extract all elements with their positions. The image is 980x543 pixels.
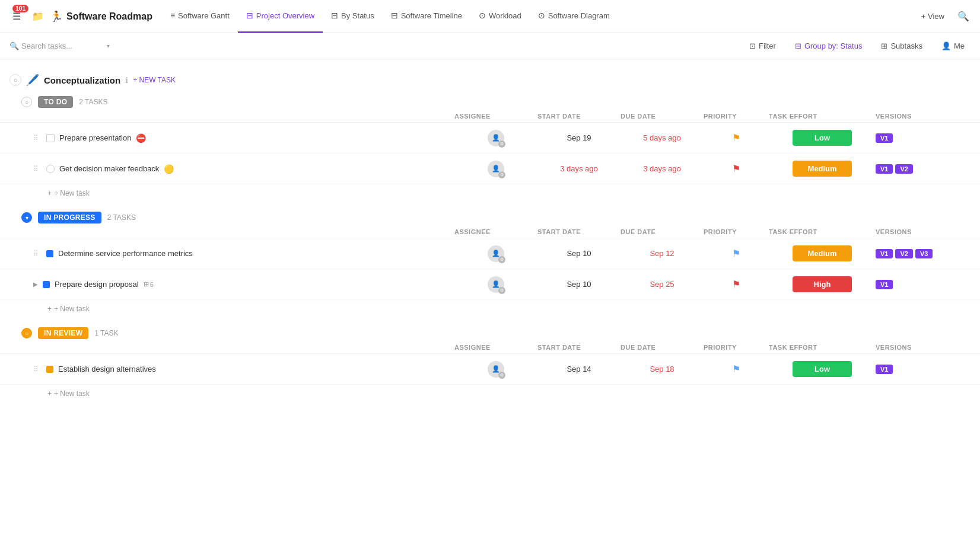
task-blocked-icon: ⛔ xyxy=(136,133,146,143)
overview-icon: ⊟ xyxy=(246,11,253,20)
section-info-icon[interactable]: ℹ xyxy=(125,76,128,85)
search-dropdown-icon[interactable]: ▾ xyxy=(107,43,110,49)
todo-new-task-button[interactable]: + + New task xyxy=(47,189,971,197)
task-clock-icon: 🟡 xyxy=(164,164,174,174)
table-row: ▶ Prepare design proposal ⊞ 6 👤 ⚙ Sep 10… xyxy=(0,269,980,300)
inprogress-new-task-button[interactable]: + + New task xyxy=(47,305,971,313)
due-date-cell: Sep 12 xyxy=(621,249,704,258)
due-date-cell: 5 days ago xyxy=(621,133,704,142)
task-checkbox[interactable] xyxy=(46,165,55,173)
group-inprogress: ▾ IN PROGRESS 2 TASKS ASSIGNEE START DAT… xyxy=(0,207,980,318)
avatar-person-icon: 👤 xyxy=(492,365,500,373)
tab-workload[interactable]: ⊙ Workload xyxy=(470,0,530,33)
avatar[interactable]: 👤 ⚙ xyxy=(488,276,504,293)
effort-badge: Low xyxy=(793,361,852,377)
effort-cell: Medium xyxy=(769,245,876,261)
notification-badge: 101 xyxy=(12,5,28,12)
tab-status-label: By Status xyxy=(341,11,374,20)
version-tag: V1 xyxy=(876,249,893,258)
task-name-cell: ⠿ Get decision maker feedback 🟡 xyxy=(33,164,454,174)
col-header-name xyxy=(33,113,454,120)
col-header-priority: PRIORITY xyxy=(704,113,769,120)
drag-handle-icon[interactable]: ⠿ xyxy=(33,250,42,258)
priority-cell: ⚑ xyxy=(704,132,769,143)
add-view-label: + View xyxy=(921,12,944,21)
add-view-button[interactable]: + View xyxy=(914,7,952,26)
avatar-person-icon: 👤 xyxy=(492,165,500,173)
assignee-cell: 👤 ⚙ xyxy=(454,130,537,146)
project-title: 🏃 Software Roadmap xyxy=(50,10,152,23)
filter-label: Filter xyxy=(759,41,776,50)
effort-badge: Medium xyxy=(793,161,852,177)
gantt-icon: ≡ xyxy=(170,11,175,20)
subtasks-icon: ⊞ xyxy=(881,41,887,50)
inreview-collapse-button[interactable]: ○ xyxy=(21,328,32,338)
table-row: ⠿ Get decision maker feedback 🟡 👤 ⚙ 3 da… xyxy=(0,154,980,184)
drag-handle-icon[interactable]: ⠿ xyxy=(33,165,42,173)
col-header-start-date: START DATE xyxy=(537,344,621,351)
tab-gantt-label: Software Gantt xyxy=(178,11,230,20)
col-header-start-date: START DATE xyxy=(537,228,621,235)
section-collapse-button[interactable]: ○ xyxy=(9,74,21,86)
effort-cell: Low xyxy=(769,130,876,146)
search-input[interactable] xyxy=(21,41,104,50)
drag-handle-icon[interactable]: ⠿ xyxy=(33,365,42,373)
effort-cell: Low xyxy=(769,361,876,377)
col-header-name xyxy=(33,344,454,351)
new-task-plus-icon: + xyxy=(47,189,52,197)
group-by-button[interactable]: ⊟ Group by: Status xyxy=(789,39,868,53)
col-header-versions: VERSIONS xyxy=(876,228,947,235)
task-checkbox[interactable] xyxy=(46,134,55,142)
priority-cell: ⚑ xyxy=(704,279,769,290)
inreview-new-task-button[interactable]: + + New task xyxy=(47,389,971,398)
diagram-icon: ⊙ xyxy=(538,11,545,20)
priority-cell: ⚑ xyxy=(704,363,769,375)
priority-flag-icon: ⚑ xyxy=(732,248,740,259)
folder-icon[interactable]: 📁 xyxy=(28,7,47,26)
tab-gantt[interactable]: ≡ Software Gantt xyxy=(162,0,238,33)
section-title: Conceptualization xyxy=(44,75,120,85)
tab-overview[interactable]: ⊟ Project Overview xyxy=(238,0,323,33)
priority-cell: ⚑ xyxy=(704,163,769,174)
priority-flag-icon: ⚑ xyxy=(732,363,740,375)
tab-status[interactable]: ⊟ By Status xyxy=(323,0,383,33)
toolbar: 🔍 ▾ ⊡ Filter ⊟ Group by: Status ⊞ Subtas… xyxy=(0,33,980,59)
filter-button[interactable]: ⊡ Filter xyxy=(743,39,782,53)
assignee-cell: 👤 ⚙ xyxy=(454,361,537,378)
avatar[interactable]: 👤 ⚙ xyxy=(488,245,504,262)
avatar[interactable]: 👤 ⚙ xyxy=(488,161,504,177)
assignee-cell: 👤 ⚙ xyxy=(454,276,537,293)
search-container: 🔍 ▾ xyxy=(9,41,128,50)
due-date-cell: Sep 25 xyxy=(621,280,704,289)
task-name-cell: ⠿ Prepare presentation ⛔ xyxy=(33,133,454,143)
version-tag: V1 xyxy=(876,365,893,374)
due-date-cell: Sep 18 xyxy=(621,365,704,373)
tab-diagram[interactable]: ⊙ Software Diagram xyxy=(530,0,618,33)
me-button[interactable]: 👤 Me xyxy=(936,39,971,53)
inprogress-collapse-button[interactable]: ▾ xyxy=(21,212,32,223)
avatar-settings-icon: ⚙ xyxy=(498,140,505,148)
tab-timeline-label: Software Timeline xyxy=(401,11,462,20)
avatar-person-icon: 👤 xyxy=(492,134,500,142)
drag-handle-icon[interactable]: ⠿ xyxy=(33,134,42,142)
todo-collapse-button[interactable]: ○ xyxy=(21,97,32,107)
col-header-due-date: DUE DATE xyxy=(621,113,704,120)
search-icon-right[interactable]: 🔍 xyxy=(954,7,973,26)
me-icon: 👤 xyxy=(941,41,951,50)
task-square-icon xyxy=(46,250,53,257)
subtasks-button[interactable]: ⊞ Subtasks xyxy=(875,39,928,53)
task-name: Determine service performance metrics xyxy=(58,249,193,258)
expand-icon[interactable]: ▶ xyxy=(33,281,38,288)
group-inreview: ○ IN REVIEW 1 TASK ASSIGNEE START DATE D… xyxy=(0,322,980,403)
effort-cell: Medium xyxy=(769,161,876,177)
task-name-cell: ⠿ Determine service performance metrics xyxy=(33,249,454,258)
avatar[interactable]: 👤 ⚙ xyxy=(488,361,504,378)
inprogress-task-count: 2 TASKS xyxy=(107,213,136,222)
group-inprogress-header: ▾ IN PROGRESS 2 TASKS xyxy=(0,207,980,226)
avatar[interactable]: 👤 ⚙ xyxy=(488,130,504,146)
tab-timeline[interactable]: ⊟ Software Timeline xyxy=(383,0,470,33)
group-inreview-header: ○ IN REVIEW 1 TASK xyxy=(0,322,980,341)
section-new-task-button[interactable]: + NEW TASK xyxy=(133,76,176,84)
version-tag: V1 xyxy=(876,280,893,289)
new-task-label: + New task xyxy=(54,305,90,313)
